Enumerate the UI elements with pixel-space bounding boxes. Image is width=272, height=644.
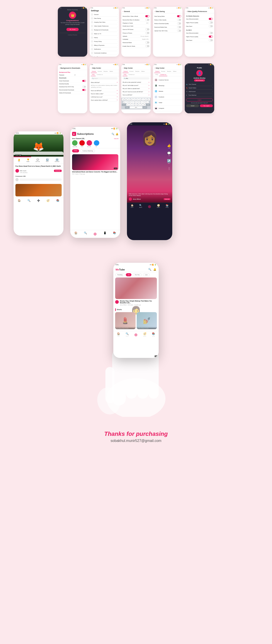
settings-autoplay[interactable]: Autoplay Next Video › bbox=[91, 20, 118, 24]
bd-dl-wifi[interactable]: Download Over Wi-Fi Only bbox=[59, 85, 86, 88]
key-123[interactable]: 123 bbox=[125, 106, 129, 108]
auto-m-toggle[interactable] bbox=[209, 18, 213, 20]
subs-nav-home[interactable]: 🏠 bbox=[74, 232, 78, 236]
hpq-m-toggle[interactable] bbox=[209, 22, 213, 24]
key-i[interactable]: I bbox=[142, 98, 144, 100]
back-arrow[interactable]: ‹ bbox=[123, 10, 123, 12]
back-arrow-bd[interactable]: ‹ bbox=[59, 67, 60, 69]
settings-datasaving[interactable]: Data Saving › bbox=[91, 16, 118, 20]
hc2-tab-general[interactable]: General bbox=[123, 70, 129, 73]
bedtime-toggle[interactable] bbox=[145, 19, 149, 21]
toggle-break[interactable]: Remind Me to Take a Break bbox=[123, 14, 149, 18]
contact-whatsapp[interactable]: 📱 WhatsApp bbox=[153, 83, 182, 88]
hc3-tab-general[interactable]: General bbox=[154, 70, 160, 73]
bd-smart-dl[interactable]: Smart Downloads bbox=[59, 79, 86, 82]
logout-button[interactable]: Logout bbox=[186, 98, 213, 102]
ok-button[interactable]: OK, Great! bbox=[66, 28, 79, 31]
settings-billing[interactable]: Billing & Payments › bbox=[91, 44, 118, 47]
key-p[interactable]: P bbox=[148, 98, 150, 100]
back-arrow-hc3[interactable]: ‹ bbox=[154, 67, 155, 69]
toggle-reduce-video[interactable]: Reduce Video Quality bbox=[154, 18, 181, 22]
key-b[interactable]: B bbox=[138, 104, 140, 106]
settings-livechat[interactable]: Live Chat › bbox=[91, 55, 118, 57]
key-w[interactable]: W bbox=[125, 98, 127, 100]
toggle-stats[interactable]: Enable Stats for Nerds bbox=[123, 44, 149, 48]
subs-nav-upload[interactable]: ⊕ bbox=[93, 232, 97, 236]
bd-playback[interactable]: Playback Off › bbox=[59, 74, 86, 76]
toggle-zoom[interactable]: Zoom to Fill Screen bbox=[123, 28, 149, 31]
hc3-subtab-faq[interactable]: FAQ bbox=[154, 73, 159, 76]
subs-notif-icon[interactable]: 🔔 bbox=[116, 133, 118, 135]
key-space[interactable]: space bbox=[130, 106, 142, 108]
nav-explore[interactable]: 🧭 bbox=[47, 199, 50, 202]
livechat-action[interactable]: 💬 Live Chat bbox=[36, 158, 40, 162]
profile-add-account[interactable]: ➕ Add Account › bbox=[186, 90, 213, 93]
rv-toggle[interactable] bbox=[177, 19, 181, 21]
subs-search-icon[interactable]: 🔍 bbox=[112, 133, 114, 135]
ds-mode-toggle[interactable] bbox=[177, 15, 181, 17]
hc3-tab-videos[interactable]: Videos bbox=[172, 70, 177, 73]
toggle-reduce-dl[interactable]: Reduce Download Quality bbox=[154, 22, 181, 25]
toggle-hpq-mobile[interactable]: Higher Picture Quality bbox=[186, 21, 213, 24]
back-arrow-hc2[interactable]: ‹ bbox=[123, 67, 123, 69]
toggle-restricted[interactable]: Restricted Mode bbox=[123, 41, 149, 44]
reel-nav-explore[interactable]: 🧭 Explore bbox=[157, 204, 160, 209]
key-x[interactable]: X bbox=[129, 104, 132, 106]
restricted-toggle[interactable] bbox=[145, 42, 149, 44]
reel-share[interactable]: ↗️ Share bbox=[167, 159, 171, 164]
key-shift[interactable]: ⇧ bbox=[122, 104, 126, 106]
contact-facebook[interactable]: f Facebook bbox=[153, 94, 182, 100]
key-l[interactable]: L bbox=[146, 101, 149, 103]
key-a[interactable]: A bbox=[124, 101, 126, 103]
channel-jenny[interactable]: Jenny Wi... bbox=[87, 140, 92, 147]
recommended-toggle[interactable] bbox=[82, 89, 86, 91]
channel-al[interactable]: Al... bbox=[94, 140, 99, 147]
contact-instagram[interactable]: 📷 Instagram bbox=[153, 106, 182, 111]
key-c[interactable]: C bbox=[132, 104, 134, 106]
hc2-search-box[interactable]: 🔍 Why bbox=[123, 77, 149, 80]
settings-general[interactable]: General › bbox=[91, 13, 118, 16]
subscribe-button[interactable]: Subscribe bbox=[54, 170, 62, 172]
hc-tab-videos[interactable]: Videos bbox=[109, 70, 114, 73]
key-k[interactable]: K bbox=[143, 101, 146, 103]
key-m[interactable]: M bbox=[143, 104, 146, 106]
confirm-logout-button[interactable]: Yes, Logout bbox=[200, 104, 213, 107]
reel-nav-upload[interactable]: ⊕ bbox=[148, 204, 151, 209]
settings-history[interactable]: History › bbox=[91, 36, 118, 40]
key-s[interactable]: S bbox=[126, 101, 129, 103]
short-2[interactable]: 💅 The Most Makeup From the... bbox=[137, 312, 157, 329]
ds-m-toggle[interactable] bbox=[209, 25, 213, 27]
key-g[interactable]: G bbox=[135, 101, 137, 103]
key-backspace[interactable]: ⌫ bbox=[146, 104, 150, 106]
hc3-tab-resolve[interactable]: Resolve bbox=[166, 70, 172, 73]
settings-watchtv[interactable]: Watch on TV › bbox=[91, 32, 118, 36]
key-e[interactable]: E bbox=[128, 98, 130, 100]
hc2-subtab-faq[interactable]: FAQ bbox=[123, 73, 127, 76]
contact-twitter[interactable]: 🐦 Twitter bbox=[153, 100, 182, 106]
hc2-tab-account[interactable]: Account bbox=[129, 70, 134, 73]
key-y[interactable]: Y bbox=[136, 98, 139, 100]
hc-faq-5[interactable]: How to upload video on MeTube? + bbox=[91, 98, 118, 102]
toggle-bedtime[interactable]: Remind Me When It's Bedtime bbox=[123, 18, 149, 22]
hc-subtab-contact[interactable]: Contact us bbox=[96, 73, 104, 76]
channel-netflix[interactable]: Netflix bbox=[79, 140, 85, 147]
stats-toggle[interactable] bbox=[145, 45, 149, 47]
hc-faq-2[interactable]: How to use MeTube? + bbox=[91, 89, 118, 92]
key-z[interactable]: Z bbox=[126, 104, 129, 106]
toggle-datasaving[interactable]: Data Saving Mode bbox=[154, 14, 181, 18]
key-o[interactable]: O bbox=[145, 98, 147, 100]
back-arrow-vq[interactable]: ‹ bbox=[186, 10, 187, 12]
hc2-faq-5[interactable]: How to use MeTube? + bbox=[123, 94, 149, 97]
hc-tab-resolve[interactable]: Resolve bbox=[103, 70, 109, 73]
cancel-logout-button[interactable]: Cancel bbox=[186, 104, 199, 107]
nav-home[interactable]: 🏠 bbox=[18, 199, 21, 202]
auto-w-toggle[interactable] bbox=[209, 32, 213, 34]
hc2-faq-1[interactable]: Why did my video upload didn't working? … bbox=[123, 81, 149, 84]
nav-library[interactable]: 📚 bbox=[56, 199, 59, 202]
key-j[interactable]: J bbox=[141, 101, 143, 103]
rdl-toggle[interactable] bbox=[177, 22, 181, 24]
rmd-toggle[interactable] bbox=[177, 26, 181, 28]
back-arrow-ds[interactable]: ‹ bbox=[154, 10, 155, 12]
reel-like[interactable]: 👍 2.4K bbox=[167, 144, 171, 148]
hc2-tab-videos[interactable]: Videos bbox=[140, 70, 146, 73]
